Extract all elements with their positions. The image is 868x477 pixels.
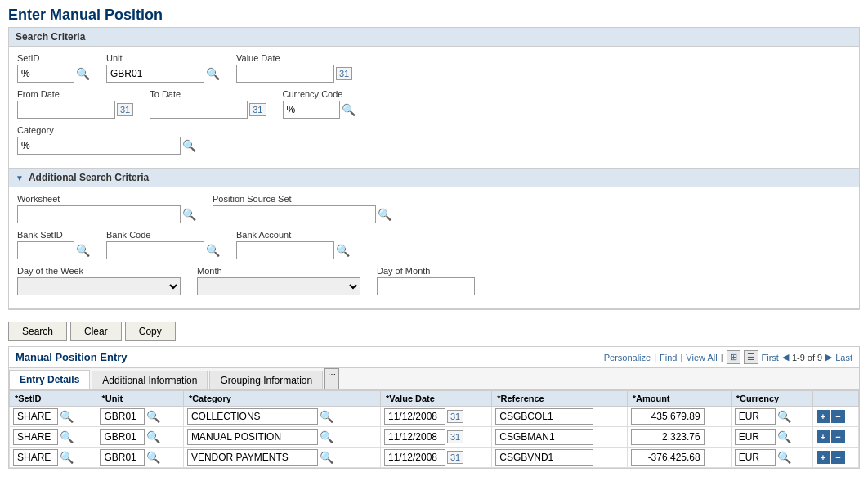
remove-row-button-2[interactable]: − — [831, 451, 844, 464]
day-of-week-group: Day of the Week — [17, 266, 181, 295]
from-date-group: From Date 31 — [17, 89, 133, 119]
setid-label: SetID — [17, 53, 90, 63]
row-unit-lookup-icon-1[interactable]: 🔍 — [146, 430, 160, 443]
row-currency-lookup-icon-0[interactable]: 🔍 — [777, 410, 791, 423]
search-button[interactable]: Search — [8, 322, 67, 341]
day-of-week-select[interactable] — [17, 277, 181, 295]
button-row: Search Clear Copy — [0, 317, 868, 346]
from-date-input[interactable] — [17, 101, 115, 119]
row-setid-lookup-icon-1[interactable]: 🔍 — [60, 430, 74, 443]
row-currency-lookup-icon-2[interactable]: 🔍 — [777, 451, 791, 464]
row-setid-2[interactable] — [13, 449, 58, 466]
row-unit-0[interactable] — [100, 408, 145, 425]
row-amount-1[interactable] — [631, 429, 705, 445]
row-category-2[interactable] — [187, 449, 318, 466]
col-reference: *Reference — [492, 391, 627, 407]
row-date-calendar-icon-0[interactable]: 31 — [447, 410, 463, 423]
position-source-set-input[interactable] — [213, 205, 376, 223]
row-setid-lookup-icon-0[interactable]: 🔍 — [60, 410, 74, 423]
additional-row-2: Bank SetID 🔍 Bank Code 🔍 Bank Account 🔍 — [17, 230, 851, 259]
currency-code-input[interactable] — [283, 101, 340, 119]
first-link[interactable]: First — [762, 353, 779, 362]
row-setid-0[interactable] — [13, 408, 58, 425]
worksheet-lookup-icon[interactable]: 🔍 — [182, 208, 196, 221]
value-date-calendar-icon[interactable]: 31 — [336, 67, 352, 80]
bank-code-lookup-icon[interactable]: 🔍 — [206, 244, 220, 257]
personalize-link[interactable]: Personalize — [604, 353, 651, 362]
position-source-set-lookup-icon[interactable]: 🔍 — [378, 208, 391, 221]
currency-code-lookup-icon[interactable]: 🔍 — [342, 103, 356, 116]
bank-setid-lookup-icon[interactable]: 🔍 — [76, 244, 90, 257]
day-of-month-input[interactable] — [377, 277, 475, 295]
bank-account-input[interactable] — [236, 241, 334, 259]
col-amount: *Amount — [627, 391, 731, 407]
list-icon[interactable]: ☰ — [744, 350, 758, 364]
setid-lookup-icon[interactable]: 🔍 — [76, 67, 90, 80]
prev-arrow-icon[interactable]: ◀ — [782, 352, 789, 362]
to-date-input[interactable] — [150, 101, 248, 119]
view-all-link[interactable]: View All — [686, 353, 717, 362]
next-arrow-icon[interactable]: ▶ — [825, 352, 832, 362]
search-row-2: From Date 31 To Date 31 Currency Code 🔍 — [17, 89, 851, 119]
row-reference-0[interactable] — [495, 408, 593, 425]
value-date-input[interactable] — [236, 65, 334, 83]
unit-lookup-icon[interactable]: 🔍 — [206, 67, 220, 80]
remove-row-button-1[interactable]: − — [831, 430, 844, 443]
row-category-1[interactable] — [187, 429, 318, 445]
row-currency-1[interactable] — [735, 429, 776, 445]
row-date-calendar-icon-1[interactable]: 31 — [447, 430, 463, 443]
add-row-button-1[interactable]: + — [817, 430, 830, 443]
row-unit-2[interactable] — [100, 449, 145, 466]
row-category-lookup-icon-0[interactable]: 🔍 — [320, 410, 333, 423]
row-setid-lookup-icon-2[interactable]: 🔍 — [60, 451, 74, 464]
to-date-input-group: 31 — [150, 101, 266, 119]
month-select[interactable] — [197, 277, 360, 295]
tab-additional-information[interactable]: Additional Information — [92, 371, 208, 389]
worksheet-input[interactable] — [17, 205, 181, 223]
row-amount-0[interactable] — [631, 408, 705, 425]
row-category-lookup-icon-1[interactable]: 🔍 — [320, 430, 333, 443]
more-tabs-icon[interactable]: ⋯ — [324, 368, 339, 389]
bank-account-lookup-icon[interactable]: 🔍 — [336, 244, 350, 257]
row-setid-1[interactable] — [13, 429, 58, 445]
row-date-calendar-icon-2[interactable]: 31 — [447, 451, 463, 464]
setid-group: SetID 🔍 — [17, 53, 90, 83]
clear-button[interactable]: Clear — [70, 322, 122, 341]
results-table: *SetID *Unit *Category *Value Date *Refe… — [9, 390, 859, 468]
table-row: 🔍 🔍 🔍 31 🔍 +− — [10, 427, 859, 448]
tab-grouping-information[interactable]: Grouping Information — [209, 371, 323, 389]
row-date-0[interactable] — [384, 408, 445, 425]
row-category-0[interactable] — [187, 408, 318, 425]
row-currency-lookup-icon-1[interactable]: 🔍 — [777, 430, 791, 443]
category-lookup-icon[interactable]: 🔍 — [182, 139, 196, 152]
row-reference-2[interactable] — [495, 449, 593, 466]
add-row-button-2[interactable]: + — [817, 451, 830, 464]
row-date-2[interactable] — [384, 449, 445, 466]
from-date-calendar-icon[interactable]: 31 — [117, 103, 133, 116]
additional-criteria-header[interactable]: ▼ Additional Search Criteria — [9, 168, 859, 187]
unit-input[interactable] — [106, 65, 204, 83]
row-reference-1[interactable] — [495, 429, 593, 445]
add-row-button-0[interactable]: + — [817, 410, 830, 423]
row-category-lookup-icon-2[interactable]: 🔍 — [320, 451, 333, 464]
to-date-calendar-icon[interactable]: 31 — [249, 103, 266, 116]
row-currency-0[interactable] — [735, 408, 776, 425]
setid-input[interactable] — [17, 65, 74, 83]
tab-entry-details[interactable]: Entry Details — [9, 370, 90, 389]
remove-row-button-0[interactable]: − — [831, 410, 844, 423]
bank-code-input[interactable] — [106, 241, 204, 259]
row-unit-lookup-icon-0[interactable]: 🔍 — [146, 410, 160, 423]
grid-icon[interactable]: ⊞ — [727, 350, 740, 364]
row-unit-lookup-icon-2[interactable]: 🔍 — [146, 451, 160, 464]
copy-button[interactable]: Copy — [125, 322, 176, 341]
bank-setid-input[interactable] — [17, 241, 74, 259]
row-amount-2[interactable] — [631, 449, 705, 466]
row-currency-2[interactable] — [735, 449, 776, 466]
last-link[interactable]: Last — [835, 353, 852, 362]
additional-row-3: Day of the Week Month Day of Month — [17, 266, 851, 295]
bank-setid-group: Bank SetID 🔍 — [17, 230, 90, 259]
category-input[interactable] — [17, 137, 181, 155]
find-link[interactable]: Find — [660, 353, 677, 362]
row-unit-1[interactable] — [100, 429, 145, 445]
row-date-1[interactable] — [384, 429, 445, 445]
